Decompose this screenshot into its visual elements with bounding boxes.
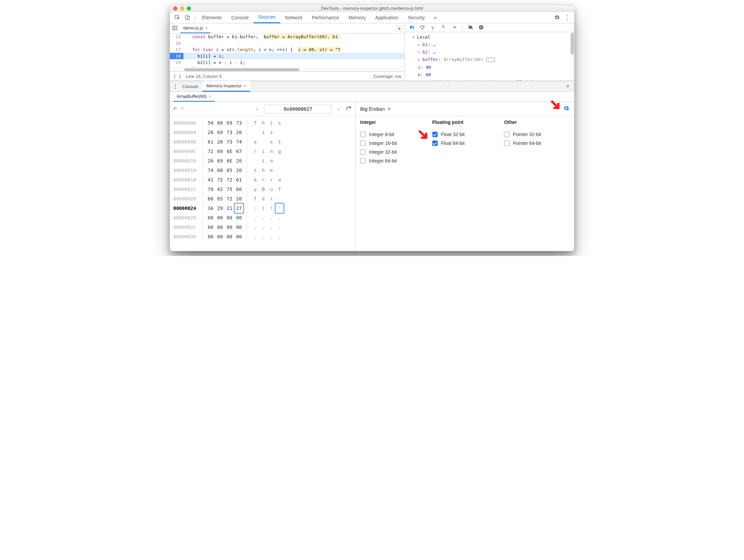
undo-icon[interactable]: ↶ — [173, 106, 177, 111]
checkbox-icon[interactable] — [432, 132, 438, 137]
more-tabs-icon[interactable]: » — [431, 13, 440, 22]
devtools-tab-performance[interactable]: Performance — [307, 12, 344, 23]
close-icon[interactable]: × — [205, 25, 208, 30]
scope-variable[interactable]: str: "This is a string in the ArrayBuffe… — [408, 79, 574, 81]
devtools-tab-memory[interactable]: Memory — [344, 12, 371, 23]
value-type-checkbox[interactable]: Float 64-bit — [432, 141, 498, 146]
step-icon[interactable] — [451, 24, 457, 31]
deactivate-breakpoints-icon[interactable] — [468, 24, 474, 31]
refresh-icon[interactable] — [346, 105, 352, 112]
svg-marker-5 — [399, 27, 401, 30]
scope-variable[interactable]: i: 40 — [408, 64, 574, 71]
hex-row[interactable]: 0000001841727261Arra — [173, 175, 352, 185]
scope-variable[interactable]: b2: … — [408, 48, 574, 56]
annotation-arrow-icon — [418, 130, 430, 141]
drawer-tab-memory-inspector[interactable]: Memory Inspector× — [202, 81, 250, 92]
hex-row[interactable]: 0000000420697320 is — [173, 128, 352, 137]
settings-gear-icon[interactable] — [552, 13, 561, 22]
hex-row[interactable]: 0000000861207374a st — [173, 137, 352, 147]
scope-variable[interactable]: buffer: ArrayBuffer(60) ⋮⋮ — [408, 56, 574, 64]
sources-panel: demo-js.js × 15 const buffer = b1.buffer… — [170, 23, 574, 81]
code-line[interactable]: 19 b2[i] = n - i - 1; — [170, 59, 404, 66]
step-into-icon[interactable] — [430, 24, 436, 31]
code-line[interactable]: 18 b1[i] = i; — [170, 53, 404, 59]
svg-point-14 — [479, 25, 483, 29]
checkbox-icon[interactable] — [504, 132, 509, 137]
value-type-checkbox[interactable]: Integer 32-bit — [360, 149, 425, 155]
value-type-checkbox[interactable]: Integer 8-bit — [360, 132, 425, 137]
close-icon[interactable]: × — [209, 94, 212, 99]
value-type-checkbox[interactable]: Pointer 32-bit — [504, 132, 569, 137]
divider — [194, 14, 195, 21]
checkbox-icon[interactable] — [360, 132, 366, 137]
value-type-checkbox[interactable]: Pointer 64-bit — [504, 141, 569, 146]
vertical-scrollbar[interactable] — [570, 32, 574, 81]
checkbox-label: Integer 64-bit — [369, 158, 397, 164]
vt-integer-header: Integer — [360, 120, 425, 125]
close-drawer-icon[interactable]: × — [564, 83, 571, 89]
checkbox-icon[interactable] — [360, 158, 366, 164]
redo-icon[interactable]: ↷ — [180, 106, 184, 111]
kebab-menu-icon[interactable]: ⋮ — [563, 13, 571, 22]
hex-row[interactable]: 0000002066657220fer — [173, 194, 352, 203]
value-type-checkbox[interactable]: Float 32-bit — [432, 132, 498, 137]
checkbox-icon[interactable] — [432, 141, 438, 146]
checkbox-icon[interactable] — [360, 141, 366, 146]
hex-row[interactable]: 0000001C79427566yBuf — [173, 185, 352, 194]
pause-on-exceptions-icon[interactable] — [478, 24, 484, 31]
navigator-toggle-icon[interactable] — [172, 25, 178, 32]
scope-variable[interactable]: n: 60 — [408, 71, 574, 79]
value-type-settings-icon[interactable] — [563, 105, 569, 112]
file-tabs: demo-js.js × — [170, 23, 404, 34]
address-input[interactable] — [264, 105, 332, 113]
hex-row[interactable]: 0000002800000000.... — [173, 213, 352, 222]
scope-variable[interactable]: b1: … — [408, 41, 574, 48]
hex-viewer[interactable]: 0000000054686973This0000000420697320 is … — [170, 116, 355, 251]
step-over-icon[interactable] — [419, 24, 425, 31]
mi-tab-arraybuffer[interactable]: ArrayBuffer(60) × — [173, 92, 215, 102]
devtools-tab-console[interactable]: Console — [226, 12, 253, 23]
next-page-icon[interactable]: › — [335, 106, 342, 112]
hex-row[interactable]: 0000000C72696E67ring — [173, 147, 352, 156]
scope-pane[interactable]: Local b1: …b2: …buffer: ArrayBuffer(60) … — [405, 32, 574, 81]
value-type-checkbox[interactable]: Integer 64-bit — [360, 158, 425, 164]
drawer-kebab-icon[interactable]: ⋮ — [173, 83, 178, 90]
inspect-element-icon[interactable] — [173, 13, 181, 22]
scope-local-header[interactable]: Local — [408, 34, 574, 41]
resume-icon[interactable] — [409, 24, 415, 31]
devtools-tab-security[interactable]: Security — [403, 12, 430, 23]
horizontal-scrollbar[interactable] — [170, 67, 404, 71]
hex-row[interactable]: 000000243A292127:)!' — [173, 203, 352, 213]
minimize-window-icon[interactable] — [180, 6, 184, 10]
checkbox-label: Pointer 64-bit — [513, 141, 541, 146]
code-line[interactable]: 15 const buffer = b1.buffer; buffer = Ar… — [170, 34, 404, 40]
prev-page-icon[interactable]: ‹ — [254, 106, 261, 112]
code-line[interactable]: 16 — [170, 40, 404, 46]
devtools-tab-elements[interactable]: Elements — [197, 12, 226, 23]
hex-row[interactable]: 0000003000000000.... — [173, 232, 352, 241]
debugger-toolbar — [405, 23, 574, 32]
devtools-tab-sources[interactable]: Sources — [254, 12, 280, 23]
endianness-dropdown[interactable]: Big Endian ▼ — [360, 106, 391, 112]
checkbox-icon[interactable] — [504, 141, 509, 146]
step-out-icon[interactable] — [440, 24, 446, 31]
devtools-tab-network[interactable]: Network — [280, 12, 307, 23]
pretty-print-icon[interactable]: { } — [173, 74, 181, 79]
file-tab-demo-js[interactable]: demo-js.js × — [180, 23, 211, 33]
checkbox-icon[interactable] — [360, 149, 366, 155]
device-toggle-icon[interactable] — [183, 13, 192, 22]
zoom-window-icon[interactable] — [187, 6, 191, 10]
devtools-tab-application[interactable]: Application — [370, 12, 403, 23]
code-line[interactable]: 17 for (var i = str.length; i < n; ++i) … — [170, 46, 404, 53]
svg-point-10 — [443, 25, 444, 26]
hex-row[interactable]: 0000001020696E20 in — [173, 156, 352, 166]
value-type-checkbox[interactable]: Integer 16-bit — [360, 141, 425, 146]
hex-row[interactable]: 0000000054686973This — [173, 118, 352, 128]
code-editor[interactable]: 15 const buffer = b1.buffer; buffer = Ar… — [170, 34, 404, 67]
drawer-tab-console[interactable]: Console — [178, 81, 202, 92]
hex-row[interactable]: 0000001474686520the — [173, 166, 352, 175]
close-window-icon[interactable] — [173, 6, 177, 10]
hex-row[interactable]: 0000002C00000000.... — [173, 222, 352, 232]
devtools-window: DevTools - memory-inspector.glitch.me/de… — [170, 5, 574, 251]
run-icon[interactable] — [396, 25, 402, 31]
